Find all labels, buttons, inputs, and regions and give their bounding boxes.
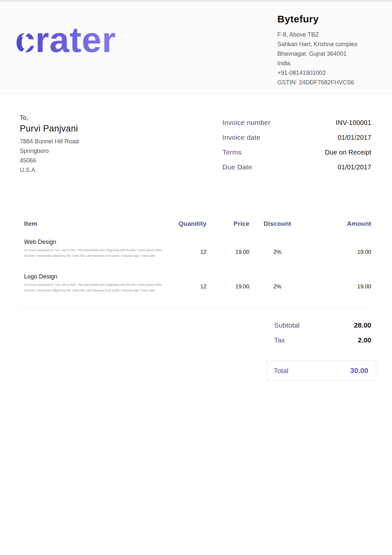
due-date-label: Due Date (222, 163, 252, 171)
tax-value: 2.00 (358, 336, 371, 344)
item-quantity: 12 (167, 239, 207, 259)
company-address-line: F-8, Above TBZ (277, 30, 357, 40)
invoice-header: crater Bytefury F-8, Above TBZ Sahkari H… (0, 2, 392, 94)
company-address-line: India (277, 59, 357, 68)
item-name: Logo Design (24, 273, 167, 280)
item-quantity: 12 (167, 273, 207, 293)
company-name: Bytefury (277, 14, 357, 25)
to-label: To, (20, 114, 79, 121)
subtotal-label: Subtotal (274, 321, 299, 329)
company-address-line: Bhavnagar, Gujrat 364001 (277, 49, 357, 59)
terms-row: Terms Due on Receipt (222, 148, 371, 163)
item-price: 19.00 (207, 239, 249, 259)
terms-label: Terms (222, 148, 241, 156)
invoice-date-label: Invoice date (222, 133, 261, 141)
items-table: Item Quanitity Price Discount Amount Web… (20, 220, 371, 293)
items-table-header: Item Quanitity Price Discount Amount (20, 220, 371, 227)
tax-row: Tax 2.00 (274, 336, 371, 351)
item-amount: 19.00 (305, 239, 371, 259)
terms-value: Due on Receipt (325, 149, 371, 156)
item-description: As Cicero would put it, “Um, not so fast… (24, 248, 164, 259)
crater-logo: crater (15, 22, 116, 58)
customer-address-line: 7884 Bunnel Hill Road (20, 137, 79, 146)
subtotal-row: Subtotal 28.00 (274, 321, 371, 336)
company-phone: +91-08141901002 (277, 68, 357, 78)
due-date-value: 01/01/2017 (338, 163, 371, 171)
customer-address-line: Springboro (20, 146, 79, 156)
invoice-number-value: INV-100001 (336, 119, 371, 127)
company-gstin: GSTIN: 24DDF7682FHVCS6 (277, 78, 357, 87)
company-info: Bytefury F-8, Above TBZ Sahkari Hart, Kr… (277, 14, 357, 87)
bill-to-block: To, Purvi Panjvani 7884 Bunnel Hill Road… (20, 114, 79, 178)
column-header-amount: Amount (305, 220, 371, 227)
company-address-line: Sahkari Hart, Krishna complex (277, 40, 357, 49)
invoice-body: To, Purvi Panjvani 7884 Bunnel Hill Road… (0, 114, 392, 381)
billing-and-meta-section: To, Purvi Panjvani 7884 Bunnel Hill Road… (20, 114, 371, 178)
invoice-date-row: Invoice date 01/01/2017 (222, 133, 371, 148)
customer-address-line: U.S.A (20, 165, 79, 175)
customer-name: Purvi Panjvani (20, 124, 79, 134)
invoice-date-value: 01/01/2017 (338, 134, 371, 141)
invoice-number-label: Invoice number (222, 119, 270, 127)
column-header-price: Price (207, 220, 249, 227)
totals-block: Subtotal 28.00 Tax 2.00 (274, 321, 371, 351)
invoice-number-row: Invoice number INV-100001 (222, 119, 371, 133)
total-label: Total (274, 367, 288, 375)
item-cell: Web Design As Cicero would put it, “Um, … (20, 239, 167, 259)
table-row: Web Design As Cicero would put it, “Um, … (20, 239, 371, 259)
subtotal-value: 28.00 (354, 321, 371, 329)
due-date-row: Due Date 01/01/2017 (222, 163, 371, 178)
tax-label: Tax (274, 336, 285, 344)
table-row: Logo Design As Cicero would put it, “Um,… (20, 273, 371, 293)
total-value: 30.00 (350, 366, 368, 375)
item-cell: Logo Design As Cicero would put it, “Um,… (20, 273, 167, 293)
item-discount: 2% (249, 273, 305, 293)
items-totals-divider (20, 308, 371, 308)
column-header-quantity: Quanitity (167, 220, 207, 227)
item-description: As Cicero would put it, “Um, not so fast… (24, 282, 164, 293)
customer-address-line: 45066 (20, 156, 79, 165)
item-amount: 19.00 (305, 273, 371, 293)
column-header-discount: Discount (249, 220, 305, 227)
item-discount: 2% (249, 239, 305, 259)
invoice-meta-block: Invoice number INV-100001 Invoice date 0… (222, 114, 371, 178)
grand-total-box: Total 30.00 (267, 360, 376, 381)
item-price: 19.00 (207, 273, 249, 293)
column-header-item: Item (20, 220, 167, 227)
item-name: Web Design (24, 239, 167, 246)
